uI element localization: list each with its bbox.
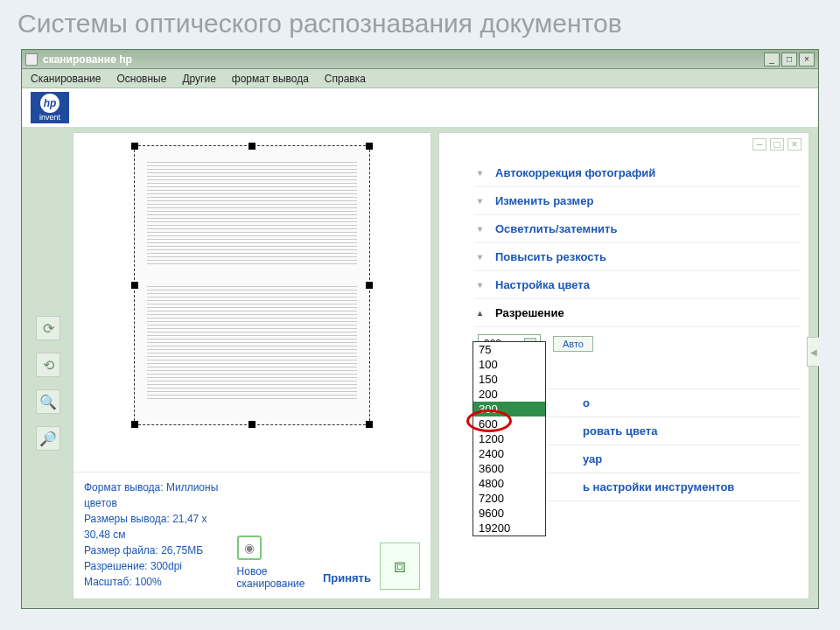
chevron-down-icon: ▾ [478, 252, 488, 262]
rotate-right-icon[interactable]: ⟳ [36, 316, 60, 340]
accordion: ▾ Автокоррекция фотографий ▾ Изменить ра… [448, 159, 800, 357]
partial-colors: ровать цвета [583, 424, 657, 438]
workspace: ⟳ ⟲ 🔍 🔎 [22, 127, 818, 608]
menu-help[interactable]: Справка [325, 73, 366, 85]
opt-9600[interactable]: 9600 [473, 506, 545, 521]
hp-logo-icon: hp [40, 94, 60, 113]
banner: hp invent [22, 88, 818, 127]
opt-75[interactable]: 75 [473, 342, 545, 357]
opt-19200[interactable]: 19200 [473, 521, 545, 536]
chevron-down-icon: ▾ [478, 224, 488, 234]
menu-other[interactable]: Другие [182, 73, 215, 85]
resolution-dropdown[interactable]: 75 100 150 200 300 600 1200 2400 3600 48… [472, 341, 546, 536]
partial-o: о [583, 396, 590, 410]
opt-4800[interactable]: 4800 [473, 476, 545, 491]
preview-pane: Формат вывода: Миллионы цветов Размеры в… [73, 132, 431, 599]
window-buttons: _ □ × [764, 52, 815, 66]
info-lines: Формат вывода: Миллионы цветов Размеры в… [84, 480, 228, 590]
chevron-up-icon: ▴ [478, 308, 488, 318]
partial-uar: уар [583, 452, 602, 466]
scan-preview[interactable] [134, 145, 370, 425]
info-size-2: 30,48 см [84, 527, 228, 542]
acc-label: Осветлить/затемнить [495, 222, 617, 235]
info-format: Формат вывода: Миллионы цветов [84, 480, 228, 511]
info-scale: Масштаб: 100% [84, 574, 228, 590]
minimize-button[interactable]: _ [764, 52, 780, 66]
acc-label: Настройка цвета [495, 278, 590, 291]
zoom-in-icon[interactable]: 🔍 [36, 389, 60, 414]
toolstrip: ⟳ ⟲ 🔍 🔎 [31, 132, 66, 599]
acc-autocorrect[interactable]: ▾ Автокоррекция фотографий [474, 159, 800, 187]
chevron-down-icon: ▾ [478, 280, 488, 290]
opt-600[interactable]: 600 [473, 416, 545, 431]
rotate-left-icon[interactable]: ⟲ [36, 353, 60, 377]
pane-controls: – □ × [752, 138, 802, 150]
app-icon [25, 53, 38, 66]
opt-200[interactable]: 200 [473, 387, 545, 402]
acc-label: Повысить резкость [495, 250, 606, 263]
acc-label: Изменить размер [495, 194, 593, 207]
opt-3600[interactable]: 3600 [473, 461, 545, 476]
menu-scan[interactable]: Сканирование [31, 73, 101, 85]
opt-2400[interactable]: 2400 [473, 446, 545, 461]
info-filesize: Размер файла: 26,75МБ [84, 542, 228, 558]
acc-color[interactable]: ▾ Настройка цвета [474, 271, 800, 299]
settings-pane: – □ × ▾ Автокоррекция фотографий ▾ Измен… [438, 132, 809, 599]
acc-resize[interactable]: ▾ Изменить размер [474, 187, 800, 215]
maximize-button[interactable]: □ [781, 52, 797, 66]
hp-logo: hp invent [31, 92, 69, 123]
new-scan-link[interactable]: Новое сканирование [237, 565, 314, 590]
opt-7200[interactable]: 7200 [473, 491, 545, 506]
slide-title: Системы оптического распознавания докуме… [0, 0, 840, 44]
expand-handle-icon[interactable]: ◀ [807, 337, 819, 367]
scanner-icon[interactable]: ⧈ [380, 542, 420, 590]
acc-sharpen[interactable]: ▾ Повысить резкость [474, 243, 800, 271]
opt-300[interactable]: 300 [473, 402, 545, 416]
partial-reset: ь настройки инструментов [583, 480, 734, 494]
acc-lighten[interactable]: ▾ Осветлить/затемнить [474, 215, 800, 243]
opt-100[interactable]: 100 [473, 357, 545, 372]
preview-eye-icon[interactable]: ◉ [237, 536, 262, 560]
info-actions: ◉ Новое сканирование Принять [237, 536, 371, 590]
window-title: сканирование hp [43, 53, 764, 66]
titlebar: сканирование hp _ □ × [22, 50, 818, 69]
menu-output-format[interactable]: формат вывода [232, 73, 309, 85]
zoom-out-icon[interactable]: 🔎 [36, 426, 60, 451]
chevron-down-icon: ▾ [478, 196, 488, 206]
menu-basic[interactable]: Основные [116, 73, 166, 85]
opt-1200[interactable]: 1200 [473, 431, 545, 446]
info-resolution: Разрешение: 300dpi [84, 558, 228, 574]
acc-label: Автокоррекция фотографий [495, 166, 655, 179]
auto-button[interactable]: Авто [553, 336, 593, 352]
pane-max-icon[interactable]: □ [770, 138, 784, 150]
pane-close-icon[interactable]: × [788, 138, 802, 150]
info-panel: Формат вывода: Миллионы цветов Размеры в… [74, 472, 430, 598]
chevron-down-icon: ▾ [478, 168, 488, 178]
pane-min-icon[interactable]: – [752, 138, 766, 150]
close-button[interactable]: × [799, 52, 815, 66]
app-window: сканирование hp _ □ × Сканирование Основ… [21, 49, 819, 609]
accept-button[interactable]: Принять [323, 571, 371, 584]
preview-area [74, 133, 430, 472]
opt-150[interactable]: 150 [473, 372, 545, 387]
hp-logo-sub: invent [39, 113, 60, 122]
menubar: Сканирование Основные Другие формат выво… [22, 69, 818, 88]
acc-resolution[interactable]: ▴ Разрешение [474, 299, 800, 327]
acc-label: Разрешение [495, 306, 564, 319]
info-size-1: Размеры вывода: 21,47 x [84, 511, 228, 527]
